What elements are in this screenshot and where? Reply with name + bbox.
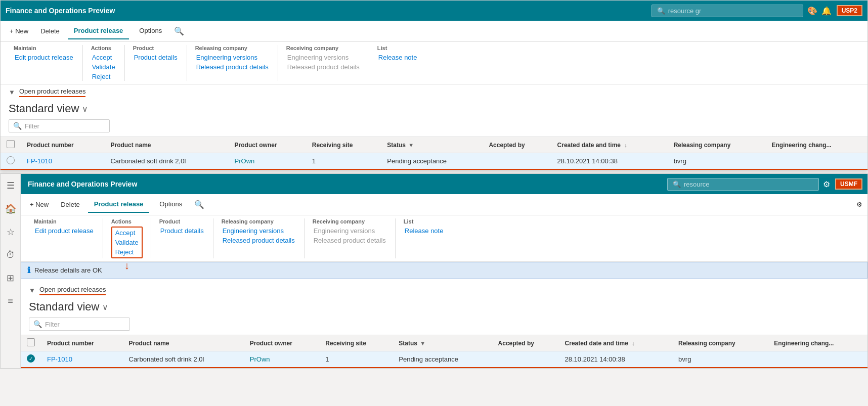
- list-items-2: Release note: [404, 227, 445, 235]
- row-product-number-1[interactable]: FP-1010: [21, 153, 104, 170]
- reject-btn-1[interactable]: Reject: [91, 72, 116, 81]
- filter-input-box-1[interactable]: 🔍: [9, 119, 110, 132]
- filter-input-wrap-2: 🔍: [21, 318, 867, 335]
- validate-btn-1[interactable]: Validate: [91, 63, 116, 71]
- list-label-2: List: [404, 218, 445, 224]
- filter-text-1[interactable]: [25, 122, 105, 130]
- maintain-items-2: Edit product release: [34, 227, 95, 235]
- window-2: ☰ 🏠 ☆ ⏱ ⊞ ≡ Finance and Operations Previ…: [0, 173, 868, 369]
- status-filter-icon-2[interactable]: ▼: [420, 340, 425, 346]
- header-product-owner-2: Product owner: [244, 335, 320, 351]
- ribbon-group-actions-2: Actions Accept Validate Reject ↓: [103, 218, 151, 258]
- user-badge-1[interactable]: USP2: [837, 5, 862, 16]
- header-product-number-1: Product number: [21, 137, 104, 153]
- view-chevron-2[interactable]: ∨: [102, 302, 108, 312]
- toolbar-search-1[interactable]: 🔍: [174, 26, 184, 36]
- filter-label-1: Open product releases: [19, 87, 86, 97]
- tab-product-release-2[interactable]: Product release: [88, 196, 150, 213]
- settings-icon-2[interactable]: ⚙: [823, 179, 830, 189]
- header-product-name-2: Product name: [123, 335, 244, 351]
- filter-input-box-2[interactable]: 🔍: [29, 318, 130, 331]
- search-input-1[interactable]: [668, 7, 798, 15]
- info-bar-2: ℹ Release details are OK: [21, 262, 867, 279]
- user-badge-2[interactable]: USMF: [835, 178, 862, 190]
- ribbon-group-product-2: Product Product details: [151, 218, 213, 258]
- toolbar-search-2[interactable]: 🔍: [194, 200, 204, 209]
- filter-search-icon-1: 🔍: [13, 122, 22, 130]
- sidebar-home-icon[interactable]: 🏠: [3, 201, 18, 216]
- released-product-receiving-btn-1: Released product details: [286, 63, 361, 71]
- tab-options-2[interactable]: Options: [153, 196, 188, 213]
- date-sort-icon-2[interactable]: ↓: [632, 340, 635, 346]
- search-box-2[interactable]: 🔍: [667, 178, 819, 191]
- row-checkbox-cell-2[interactable]: [21, 351, 41, 368]
- delete-button-1[interactable]: Delete: [36, 25, 64, 37]
- table-header-row-1: Product number Product name Product owne…: [1, 137, 867, 153]
- product-items-1: Product details: [133, 53, 179, 62]
- row-product-owner-1[interactable]: PrOwn: [229, 153, 306, 170]
- second-window-body: ☰ 🏠 ☆ ⏱ ⊞ ≡ Finance and Operations Previ…: [1, 174, 867, 368]
- table-row[interactable]: FP-1010 Carbonated soft drink 2,0l PrOwn…: [21, 351, 867, 368]
- delete-button-2[interactable]: Delete: [57, 199, 84, 210]
- sidebar-more-icon[interactable]: ≡: [6, 294, 15, 308]
- sidebar-recent-icon[interactable]: ⏱: [4, 248, 17, 262]
- view-chevron-1[interactable]: ∨: [82, 104, 88, 114]
- release-note-btn-2[interactable]: Release note: [404, 227, 445, 235]
- edit-product-release-btn-2[interactable]: Edit product release: [34, 227, 95, 235]
- actions-items-2: Accept Validate Reject: [111, 227, 143, 258]
- app-title-2: Finance and Operations Preview: [28, 180, 667, 188]
- filter-bar-1: ▼ Open product releases: [1, 84, 867, 100]
- eng-versions-releasing-btn-2[interactable]: Engineering versions: [222, 227, 296, 235]
- product-details-btn-1[interactable]: Product details: [133, 53, 179, 62]
- validate-btn-2[interactable]: Validate: [114, 238, 140, 247]
- search-input-2[interactable]: [684, 181, 813, 188]
- released-product-releasing-btn-1[interactable]: Released product details: [195, 63, 270, 71]
- release-note-btn-1[interactable]: Release note: [377, 53, 418, 62]
- info-message-2: Release details are OK: [34, 266, 102, 274]
- row-accepted-by-2: [492, 351, 559, 368]
- header-checkbox-2[interactable]: [21, 335, 41, 351]
- bell-icon-1[interactable]: 🔔: [821, 6, 832, 16]
- ribbon-group-actions-1: Actions Accept Validate Reject: [83, 45, 125, 81]
- row-product-number-2[interactable]: FP-1010: [41, 351, 123, 368]
- nav-icons-1: 🎨 🔔: [807, 6, 832, 16]
- released-product-releasing-btn-2[interactable]: Released product details: [222, 236, 296, 245]
- status-filter-icon-1[interactable]: ▼: [408, 142, 414, 148]
- header-checkbox-1[interactable]: [1, 137, 21, 153]
- table-row[interactable]: FP-1010 Carbonated soft drink 2,0l PrOwn…: [1, 153, 867, 170]
- app-title-1: Finance and Operations Preview: [6, 7, 652, 15]
- toolbar-2: + New Delete Product release Options 🔍 ⚙: [21, 194, 867, 215]
- nav-icons-2: ⚙: [823, 179, 830, 189]
- filter-text-2[interactable]: [45, 321, 125, 328]
- list-items-1: Release note: [377, 53, 418, 62]
- ribbon-2: + New Delete Product release Options 🔍 ⚙…: [21, 194, 867, 262]
- sidebar-menu-icon[interactable]: ☰: [5, 178, 17, 193]
- list-label-1: List: [377, 45, 418, 51]
- row-product-owner-2[interactable]: PrOwn: [244, 351, 320, 368]
- header-releasing-company-2: Releasing company: [672, 335, 768, 351]
- accept-btn-2[interactable]: Accept: [114, 229, 140, 237]
- settings-ribbon-icon-2[interactable]: ⚙: [856, 201, 862, 208]
- maintain-label-2: Maintain: [34, 218, 95, 224]
- date-sort-icon-1[interactable]: ↓: [624, 142, 627, 148]
- product-details-btn-2[interactable]: Product details: [159, 227, 205, 235]
- header-eng-change-2: Engineering chang...: [768, 335, 867, 351]
- product-label-2: Product: [159, 218, 205, 224]
- new-button-1[interactable]: + New: [6, 25, 32, 37]
- accept-btn-1[interactable]: Accept: [91, 53, 116, 62]
- sidebar-star-icon[interactable]: ☆: [5, 224, 17, 240]
- palette-icon-1[interactable]: 🎨: [807, 6, 817, 16]
- eng-versions-releasing-btn-1[interactable]: Engineering versions: [195, 53, 270, 62]
- sidebar-modules-icon[interactable]: ⊞: [5, 270, 16, 286]
- edit-product-release-btn-1[interactable]: Edit product release: [14, 53, 74, 62]
- filter-bar-2: ▼ Open product releases: [21, 283, 867, 298]
- row-checkbox-cell-1[interactable]: [1, 153, 21, 170]
- sidebar-2: ☰ 🏠 ☆ ⏱ ⊞ ≡: [1, 174, 21, 368]
- row-status-2: Pending acceptance: [393, 351, 492, 368]
- reject-btn-2[interactable]: Reject: [114, 248, 140, 256]
- tab-product-release-1[interactable]: Product release: [68, 23, 129, 39]
- search-box-1[interactable]: 🔍: [652, 5, 803, 17]
- new-button-2[interactable]: + New: [26, 199, 53, 210]
- header-receiving-site-1: Receiving site: [306, 137, 381, 153]
- tab-options-1[interactable]: Options: [133, 23, 168, 39]
